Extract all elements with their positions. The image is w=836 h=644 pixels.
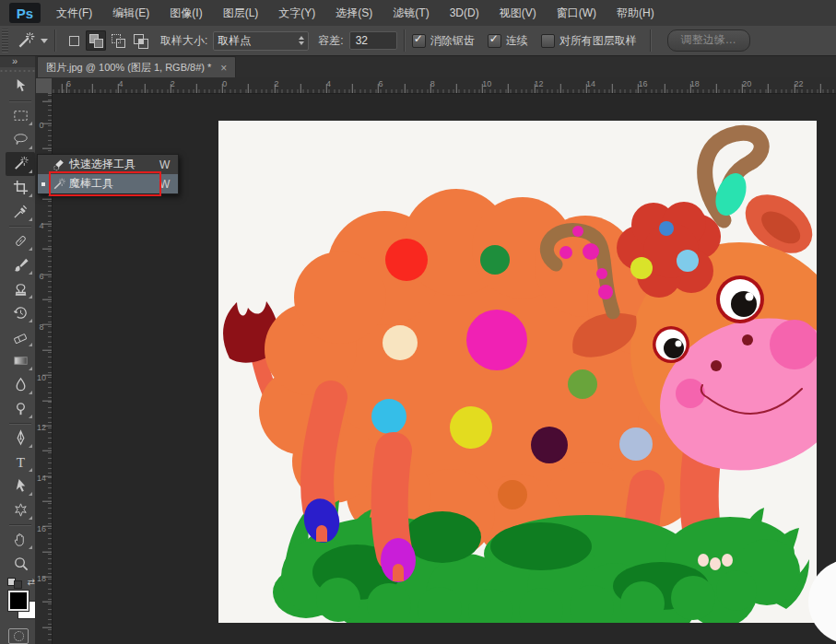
flyout-corner-icon (29, 122, 32, 125)
ruler-number: 10 (37, 374, 46, 381)
type-tool[interactable]: T (6, 451, 35, 474)
body-dot (450, 406, 492, 449)
hand-tool[interactable] (6, 528, 35, 552)
marquee-tool[interactable] (6, 104, 35, 128)
flyout-corner-icon (29, 217, 32, 221)
menu-item[interactable]: 图像(I) (159, 0, 212, 26)
ruler-number: 10 (482, 79, 491, 88)
checkbox-box[interactable] (412, 34, 426, 48)
checkbox-label: 连续 (506, 33, 528, 49)
flower-dot (659, 221, 674, 236)
intersect-selection-button[interactable] (130, 30, 150, 51)
refine-edge-button[interactable]: 调整边缘… (667, 29, 750, 52)
foreground-color-swatch[interactable] (8, 591, 29, 611)
ruler-number: 4 (326, 79, 331, 88)
lasso-tool[interactable] (6, 128, 35, 152)
menu-item[interactable]: 3D(D) (440, 0, 489, 26)
ruler-number: 0 (37, 122, 46, 129)
menu-item[interactable]: 文字(Y) (268, 0, 325, 26)
ox-illustration (218, 121, 817, 623)
checkbox-连续[interactable]: 连续 (488, 33, 528, 49)
toolbar-collapse-button[interactable]: » (0, 55, 35, 67)
checkbox-对所有图层取样[interactable]: 对所有图层取样 (541, 33, 637, 49)
eyedropper-tool[interactable] (6, 200, 35, 224)
ruler-number: 4 (118, 79, 123, 88)
tool-group-separator (9, 100, 31, 102)
menu-items: 文件(F)编辑(E)图像(I)图层(L)文字(Y)选择(S)滤镜(T)3D(D)… (46, 0, 665, 26)
flyout-item-label: 快速选择工具 (69, 157, 159, 172)
current-tool-badge[interactable] (16, 30, 48, 51)
menu-item[interactable]: 视图(V) (489, 0, 547, 26)
menu-item[interactable]: 滤镜(T) (383, 0, 439, 26)
separator (404, 29, 406, 52)
subtract-from-selection-button[interactable] (108, 30, 128, 51)
flyout-corner-icon (29, 415, 32, 418)
body-dot (619, 427, 653, 461)
gradient-tool[interactable] (6, 349, 35, 373)
photoshop-logo: Ps (9, 3, 41, 23)
left-eye (653, 326, 689, 363)
clone-stamp-tool[interactable] (6, 277, 35, 301)
menu-item[interactable]: 窗口(W) (547, 0, 606, 26)
tools-panel: » T ⇄ (0, 55, 35, 644)
menu-item[interactable]: 帮助(H) (606, 0, 665, 26)
menu-item[interactable]: 文件(F) (46, 0, 102, 26)
document-title: 图片.jpg @ 100% (图层 1, RGB/8#) * (46, 61, 211, 75)
ruler-number: 16 (37, 525, 46, 533)
body-dot (383, 325, 418, 360)
tool-buttons: T (0, 75, 35, 576)
magic-wand-tool[interactable] (6, 152, 35, 176)
checkbox-box[interactable] (488, 34, 501, 48)
flyout-corner-icon (29, 444, 32, 448)
eraser-tool[interactable] (6, 325, 35, 349)
ruler-number: 18 (690, 79, 700, 88)
magic-wand-icon (16, 30, 36, 51)
flyout-corner-icon (29, 193, 32, 197)
ruler-number: 8 (37, 323, 46, 331)
ruler-number: 20 (742, 79, 751, 88)
menu-item[interactable]: 编辑(E) (102, 0, 159, 26)
document-tab[interactable]: 图片.jpg @ 100% (图层 1, RGB/8#) * × (37, 56, 236, 78)
healing-brush-tool[interactable] (6, 229, 35, 253)
flyout-corner-icon (29, 468, 32, 472)
dodge-tool[interactable] (6, 397, 35, 421)
shape-tool[interactable] (6, 498, 35, 522)
pen-tool[interactable] (6, 427, 35, 451)
history-brush-tool[interactable] (6, 301, 35, 325)
flyout-corner-icon (29, 343, 32, 346)
horizontal-ruler[interactable]: 6420246810121416182022 (52, 77, 836, 94)
close-icon[interactable]: × (220, 62, 227, 75)
tool-group-separator (9, 524, 31, 526)
svg-text:T: T (16, 454, 25, 470)
zoom-tool[interactable] (6, 552, 35, 576)
annotation-highlight-box (49, 171, 161, 196)
body-dot (480, 245, 510, 275)
checkbox-消除锯齿[interactable]: 消除锯齿 (412, 33, 475, 49)
quick-mask-icon (14, 631, 24, 641)
sample-size-dropdown[interactable]: 取样点 (213, 31, 309, 51)
new-selection-button[interactable] (64, 30, 84, 51)
menu-item[interactable]: 图层(L) (213, 0, 269, 26)
ruler-number: 6 (37, 273, 46, 280)
crop-tool[interactable] (6, 176, 35, 200)
default-swap-colors[interactable]: ⇄ (7, 576, 35, 589)
checkbox-label: 对所有图层取样 (559, 33, 637, 49)
toolbar-grip[interactable] (0, 68, 35, 74)
brush-tool[interactable] (6, 253, 35, 277)
ruler-number: 14 (586, 79, 595, 88)
move-tool[interactable] (6, 75, 35, 99)
checkbox-box[interactable] (541, 34, 555, 48)
quickselect-icon (49, 158, 69, 172)
document-canvas[interactable] (218, 121, 817, 623)
separator (54, 29, 56, 52)
path-select-tool[interactable] (6, 474, 35, 498)
menu-item[interactable]: 选择(S) (325, 0, 383, 26)
add-to-selection-button[interactable] (86, 30, 106, 51)
ruler-number: 4 (37, 222, 46, 229)
body-dot (466, 310, 527, 370)
quick-mask-button[interactable] (8, 628, 29, 644)
tolerance-input[interactable]: 32 (349, 31, 397, 50)
chevron-down-icon (41, 39, 48, 43)
blur-tool[interactable] (6, 373, 35, 397)
flyout-corner-icon (29, 170, 32, 173)
